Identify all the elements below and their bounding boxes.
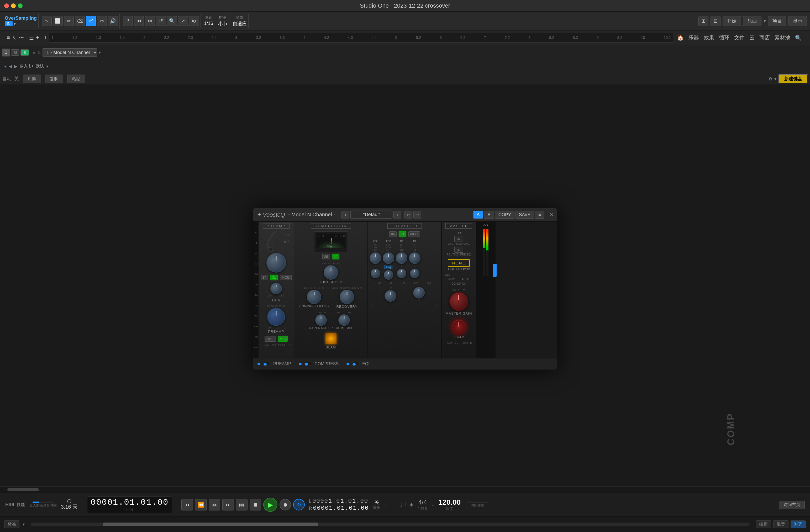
nav-search-icon[interactable]: 🔍 xyxy=(795,35,801,41)
eq-hmf-freq-knob[interactable] xyxy=(383,252,394,264)
preset-display[interactable]: *Default xyxy=(351,211,392,219)
nav-home-icon[interactable]: 🏠 xyxy=(677,35,684,41)
eq-low-gain-knob[interactable] xyxy=(413,287,425,299)
eq-low-freq-knob[interactable] xyxy=(385,290,396,302)
go-end-btn[interactable]: ⏭ xyxy=(236,499,247,511)
grid-view-btn[interactable]: ⊞ xyxy=(698,16,709,26)
nav-media-btn[interactable]: 素材池 xyxy=(775,34,790,41)
timecode-group[interactable]: 时基 小节 xyxy=(218,15,228,27)
comp-32-btn[interactable]: 32 xyxy=(332,254,339,259)
eq-lmf-freq-knob[interactable] xyxy=(396,252,407,264)
comp-25-btn[interactable]: 25 xyxy=(322,254,330,259)
power-btn[interactable] xyxy=(451,319,467,335)
nav-icon-add[interactable]: + xyxy=(36,35,39,41)
expand-icon[interactable]: ▶ xyxy=(33,50,36,54)
next-btn[interactable]: ⏭ xyxy=(222,499,234,511)
save-preset-btn[interactable]: SAVE xyxy=(516,211,534,219)
timeline-scroll-thumb[interactable] xyxy=(103,522,318,526)
record-btn[interactable]: ⏺ xyxy=(279,499,291,511)
preset-prev-btn[interactable]: ‹ xyxy=(341,211,350,219)
project-btn[interactable]: 项目 xyxy=(768,16,787,26)
loop-btn[interactable]: ↻ xyxy=(293,499,305,511)
forward-tool[interactable]: ⏭ xyxy=(145,16,155,26)
nav-file-btn[interactable]: 文件 xyxy=(734,34,745,41)
maximize-button[interactable] xyxy=(18,3,22,8)
arrange-btn[interactable]: ⊡ xyxy=(711,16,720,26)
sync-right-arrow[interactable]: → xyxy=(391,502,396,508)
preamp-31-btn[interactable]: 31 xyxy=(270,275,278,280)
track-m-btn[interactable]: M xyxy=(11,49,19,56)
nav-cloud-btn[interactable]: 云 xyxy=(749,34,755,41)
settings-arrow[interactable]: ▾ xyxy=(774,76,776,81)
loop-tool[interactable]: ↺ xyxy=(156,16,166,26)
settings-icon[interactable]: ⚙ xyxy=(37,50,41,54)
compress-led[interactable] xyxy=(299,362,302,365)
stretch-tool[interactable]: ⤢ xyxy=(178,16,188,26)
eql-toggle[interactable] xyxy=(352,362,360,366)
iq-tool[interactable]: IQ xyxy=(189,16,199,26)
eq-mod-btn[interactable]: MOD xyxy=(408,231,420,237)
threshold-knob[interactable] xyxy=(324,265,338,280)
hiq-badge[interactable]: hi-q xyxy=(385,265,392,269)
nav-loop-btn[interactable]: 循环 xyxy=(719,34,729,41)
trim-knob[interactable] xyxy=(270,283,282,294)
line-btn[interactable]: LINE xyxy=(264,336,276,342)
comp-mix-knob[interactable] xyxy=(338,314,350,326)
sync-left-arrow[interactable]: ← xyxy=(384,502,389,508)
over-sampling-in-btn[interactable]: IN xyxy=(454,236,463,242)
paint-tool[interactable]: 🖊 xyxy=(86,16,96,26)
nav-icon-cursor[interactable]: ↖ xyxy=(12,35,17,41)
metronome-icon[interactable]: ♩ xyxy=(400,502,402,508)
split-tool[interactable]: ✂ xyxy=(97,16,107,26)
standard-arrow[interactable]: ▾ xyxy=(22,522,25,527)
fwd-icon[interactable]: ▶ xyxy=(14,64,17,69)
preamp-84-btn[interactable]: 84 xyxy=(261,275,268,280)
recovery-knob[interactable] xyxy=(340,290,354,304)
master-gain-knob[interactable] xyxy=(449,292,468,311)
redo-btn[interactable]: ↪ xyxy=(414,211,421,219)
play-btn[interactable]: ▶ xyxy=(263,498,277,512)
oversampling-control[interactable]: OverSampling IN ▾ xyxy=(5,16,37,26)
zoom-tool[interactable]: 🔍 xyxy=(167,16,177,26)
preamp-level-knob[interactable] xyxy=(267,308,285,326)
scroll-thumb-h[interactable] xyxy=(7,488,39,491)
close-plugin-icon[interactable]: ✕ xyxy=(550,212,554,218)
eq-84-btn[interactable]: 84 xyxy=(389,231,396,237)
timeline-scrollbar[interactable] xyxy=(31,522,750,526)
track-s-btn[interactable]: S xyxy=(20,49,29,56)
eq-hf-freq-knob[interactable] xyxy=(370,252,381,264)
home-btn[interactable]: 访问主页 xyxy=(779,501,805,509)
channel-select[interactable]: 1 - Model N Channel xyxy=(43,48,97,57)
rewind-btn[interactable]: ⏪ xyxy=(195,499,207,511)
stop-btn[interactable]: ⏹ xyxy=(249,499,261,511)
go-start-btn[interactable]: ⏮ xyxy=(181,499,193,511)
routing-in-btn[interactable]: IN xyxy=(454,247,463,253)
eq-31-btn[interactable]: 31 xyxy=(399,231,406,237)
oversampling-arrow[interactable]: ▾ xyxy=(14,21,16,26)
menu-btn[interactable]: ≡ xyxy=(535,211,545,219)
oversampling-in-badge[interactable]: IN xyxy=(5,21,13,26)
eq-hmf-gain-knob[interactable] xyxy=(384,270,393,280)
marquee-tool[interactable]: ⬜ xyxy=(53,16,63,26)
settings-gear-icon[interactable]: ⚙ xyxy=(768,76,772,81)
close-button[interactable] xyxy=(4,3,9,8)
score-btn[interactable]: 乐曲 xyxy=(743,16,761,26)
copy-preset-btn[interactable]: COPY xyxy=(495,211,515,219)
compare-btn[interactable]: 对照 xyxy=(23,75,41,83)
minimize-button[interactable] xyxy=(11,3,16,8)
start-btn[interactable]: 开始 xyxy=(723,16,741,26)
prev-btn[interactable]: ⏮ xyxy=(209,499,220,511)
a-btn[interactable]: A xyxy=(473,211,483,219)
input-gain-knob[interactable] xyxy=(266,253,286,273)
gain-makeup-knob[interactable] xyxy=(315,314,327,326)
help-tool[interactable]: ? xyxy=(123,16,133,26)
nav-instruments-btn[interactable]: 乐器 xyxy=(688,34,699,41)
snap-group[interactable]: 吸附 自适应 xyxy=(232,15,247,27)
preamp-led[interactable] xyxy=(258,362,260,365)
eql-led[interactable] xyxy=(346,362,349,365)
pencil-tool[interactable]: ✏ xyxy=(64,16,74,26)
nav-effects-btn[interactable]: 效果 xyxy=(704,34,714,41)
rewind-tool[interactable]: ⏮ xyxy=(134,16,144,26)
nav-store-btn[interactable]: 商店 xyxy=(759,34,770,41)
nav-icon-list[interactable]: ≡ xyxy=(7,35,10,41)
